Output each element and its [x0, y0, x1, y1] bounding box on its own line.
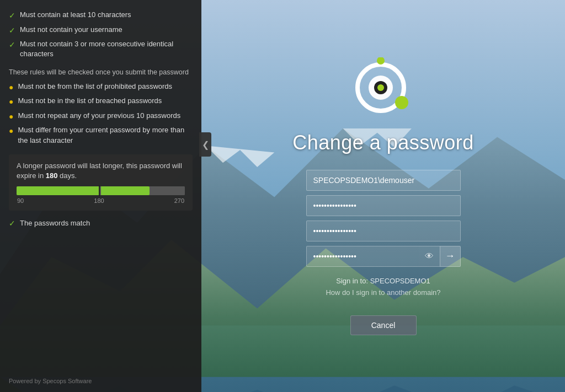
strength-text: A longer password will last longer, this… — [17, 161, 185, 181]
rule-text-length: Must contain at least 10 characters — [20, 10, 131, 20]
sign-in-text: Sign in to: SPECOPSDEMO1 — [336, 277, 430, 285]
bar-label-mid: 180 — [94, 197, 104, 204]
main-area: Change a password 👁 → Sign in to: SPECOP… — [201, 0, 565, 392]
bar-label-min: 90 — [17, 197, 24, 204]
collapse-icon: ❮ — [202, 139, 209, 150]
strength-days-unit: days. — [60, 171, 77, 180]
rule-text-consecutive: Must not contain 3 or more consecutive i… — [20, 39, 193, 59]
username-field-container — [306, 170, 461, 191]
immediate-rules-list: ✓ Must contain at least 10 characters ✓ … — [9, 10, 193, 63]
old-password-field-container — [306, 195, 461, 216]
new-password-field-container — [306, 221, 461, 241]
rule-item-previous: ● Must not repeat any of your previous 1… — [9, 111, 193, 122]
dot-icon-previous: ● — [9, 111, 13, 122]
strength-section: A longer password will last longer, this… — [9, 154, 193, 211]
dot-icon-breached: ● — [9, 96, 13, 108]
rule-item-differ: ● Must differ from your current password… — [9, 125, 193, 145]
check-icon-username: ✓ — [9, 25, 15, 36]
rule-text-previous: Must not repeat any of your previous 10 … — [18, 111, 180, 121]
strength-bar-segment2 — [101, 186, 150, 195]
rule-item-consecutive: ✓ Must not contain 3 or more consecutive… — [9, 39, 193, 59]
powered-by: Powered by Specops Software — [9, 367, 193, 384]
rule-item-prohibited: ● Must not be from the list of prohibite… — [9, 82, 193, 93]
rule-text-prohibited: Must not be from the list of prohibited … — [18, 82, 172, 92]
section-note: These rules will be checked once you sub… — [9, 67, 193, 77]
svg-point-14 — [395, 96, 408, 109]
bar-divider — [99, 185, 100, 196]
rule-item-length: ✓ Must contain at least 10 characters — [9, 10, 193, 22]
submit-button[interactable]: → — [440, 246, 461, 267]
strength-bar — [17, 186, 185, 195]
strength-message: A longer password will last longer, this… — [17, 162, 182, 180]
check-icon-length: ✓ — [9, 10, 15, 22]
strength-bar-segment1 — [17, 186, 99, 195]
rule-item-username: ✓ Must not contain your username — [9, 25, 193, 36]
match-text: The passwords match — [20, 219, 90, 227]
another-domain-link[interactable]: How do I sign in to another domain? — [326, 288, 440, 297]
old-password-input[interactable] — [306, 195, 461, 216]
arrow-icon: → — [445, 250, 455, 262]
dot-icon-differ: ● — [9, 126, 13, 137]
rule-text-differ: Must differ from your current password b… — [18, 125, 193, 145]
confirm-password-container: 👁 → — [306, 246, 461, 267]
strength-days-value: 180 — [46, 171, 58, 180]
rule-item-breached: ● Must not be in the list of breached pa… — [9, 96, 193, 108]
left-panel: ✓ Must contain at least 10 characters ✓ … — [0, 0, 201, 392]
powered-by-text: Powered by Specops Software — [9, 378, 92, 384]
check-icon-consecutive: ✓ — [9, 40, 15, 51]
dot-icon-prohibited: ● — [9, 82, 13, 93]
collapse-button[interactable]: ❮ — [199, 132, 211, 157]
confirm-password-input[interactable] — [306, 246, 419, 267]
page-title: Change a password — [292, 131, 474, 154]
bar-label-max: 270 — [174, 197, 184, 204]
deferred-rules-list: ● Must not be from the list of prohibite… — [9, 82, 193, 149]
match-section: ✓ The passwords match — [9, 218, 193, 228]
strength-bar-segment3 — [150, 186, 185, 195]
rule-text-breached: Must not be in the list of breached pass… — [18, 96, 162, 106]
bar-labels: 90 180 270 — [17, 197, 185, 204]
username-input[interactable] — [306, 170, 461, 191]
rule-text-username: Must not contain your username — [20, 25, 122, 35]
new-password-input[interactable] — [306, 221, 461, 241]
cancel-button[interactable]: Cancel — [350, 315, 417, 335]
svg-point-12 — [377, 84, 384, 91]
eye-icon: 👁 — [425, 251, 434, 261]
reveal-password-button[interactable]: 👁 — [419, 246, 440, 267]
logo — [353, 57, 414, 120]
check-icon-match: ✓ — [9, 219, 15, 228]
